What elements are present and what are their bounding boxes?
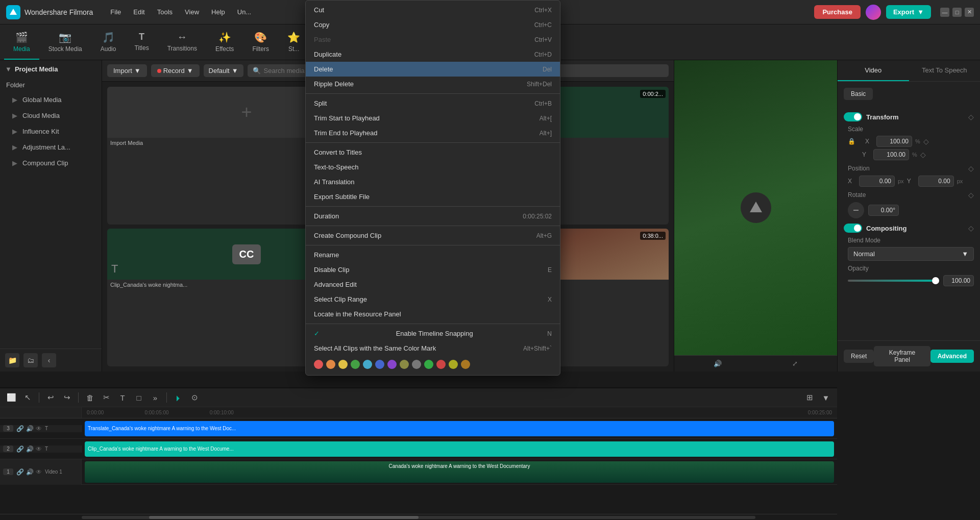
menu-tools[interactable]: Tools [152,6,178,18]
ctx-convert-titles[interactable]: Convert to Titles [306,145,560,160]
basic-button[interactable]: Basic [844,88,873,100]
more-button[interactable]: » [148,390,162,405]
compositing-toggle-switch[interactable] [844,224,862,233]
ctx-enable-snapping[interactable]: ✓ Enable Timeline Snapping N [306,326,560,341]
ctx-ripple-delete[interactable]: Ripple Delete Shift+Del [306,77,560,91]
color-dot-khaki[interactable] [449,360,458,369]
fullscreen-icon[interactable]: ⤢ [792,360,798,367]
color-dot-purple[interactable] [387,360,397,369]
rotate-input[interactable] [868,205,899,216]
project-media-header[interactable]: ▼ Project Media [0,60,102,78]
color-dot-lime[interactable] [424,360,433,369]
ctx-advanced-edit[interactable]: Advanced Edit [306,277,560,292]
blend-mode-select[interactable]: Normal ▼ [848,247,974,261]
color-dot-yellow[interactable] [338,360,348,369]
tab-text-to-speech[interactable]: Text To Speech [909,60,981,81]
grid-view-button[interactable]: ⊞ [802,390,817,405]
chevron-down-button[interactable]: ▼ [819,390,833,405]
group-button[interactable]: ⬜ [4,390,18,405]
position-y-input[interactable] [918,176,954,187]
ctx-text-to-speech[interactable]: Text-to-Speech [306,160,560,175]
transform-keyframe-icon[interactable]: ◇ [968,113,974,121]
snapshot-button[interactable]: ⊙ [187,390,202,405]
scale-y-input[interactable] [873,149,909,160]
collapse-panel-button[interactable]: ‹ [42,353,56,367]
redo-button[interactable]: ↪ [60,390,74,405]
delete-button[interactable]: 🗑 [83,390,97,405]
ctx-paste[interactable]: Paste Ctrl+V [306,32,560,47]
track-volume-icon[interactable]: 🔊 [26,425,34,432]
position-x-input[interactable] [859,176,895,187]
tab-audio[interactable]: 🎵 Audio [91,24,126,60]
new-folder-button[interactable]: 🗂 [23,353,38,367]
reset-button[interactable]: Reset [844,350,874,363]
menu-help[interactable]: Help [206,6,230,18]
tab-stock-media[interactable]: 📷 Stock Media [39,24,91,60]
track-link-icon[interactable]: 🔗 [16,445,24,453]
import-button[interactable]: Import ▼ [107,64,147,77]
tab-media[interactable]: 🎬 Media [4,24,39,60]
cut-button[interactable]: ✂ [99,390,113,405]
select-tool-button[interactable]: ↖ [20,390,35,405]
add-folder-button[interactable]: 📁 [5,353,19,367]
tab-video[interactable]: Video [838,60,909,81]
track-eye-icon[interactable]: 👁 [36,425,42,432]
ctx-select-clip-range[interactable]: Select Clip Range X [306,292,560,307]
ctx-duplicate[interactable]: Duplicate Ctrl+D [306,47,560,62]
compositing-keyframe-icon[interactable]: ◇ [968,224,974,232]
scale-x-keyframe-icon[interactable]: ◇ [923,137,929,145]
scale-x-input[interactable] [876,136,912,147]
purchase-button[interactable]: Purchase [814,5,861,19]
sidebar-item-adjustment[interactable]: ▶ Adjustment La... [0,139,102,155]
play-button[interactable]: ⏵ [171,390,185,405]
color-dot-orange[interactable] [326,360,335,369]
color-dot-crimson[interactable] [436,360,446,369]
menu-edit[interactable]: Edit [128,6,150,18]
ctx-ai-translation[interactable]: AI Translation [306,175,560,189]
ctx-disable-clip[interactable]: Disable Clip E [306,262,560,277]
view-default-select[interactable]: Default ▼ [204,64,243,77]
scrollbar-track[interactable] [82,516,755,519]
menu-view[interactable]: View [180,6,204,18]
sidebar-item-global-media[interactable]: ▶ Global Media [0,92,102,108]
sidebar-item-influence-kit[interactable]: ▶ Influence Kit [0,123,102,139]
track-volume-icon[interactable]: 🔊 [26,468,34,476]
undo-button[interactable]: ↩ [43,390,58,405]
scale-y-keyframe-icon[interactable]: ◇ [920,151,926,159]
track-eye-icon[interactable]: 👁 [36,445,42,453]
tab-transitions[interactable]: ↔ Transitions [158,24,206,60]
opacity-input[interactable] [943,275,974,286]
ctx-select-color-mark[interactable]: Select All Clips with the Same Color Mar… [306,341,560,356]
ctx-trim-start[interactable]: Trim Start to Playhead Alt+[ [306,111,560,126]
ctx-trim-end[interactable]: Trim End to Playhead Alt+] [306,126,560,140]
color-dot-brown[interactable] [461,360,470,369]
ctx-export-subtitle[interactable]: Export Subtitle File [306,189,560,204]
rotate-dial[interactable] [848,202,864,218]
crop-button[interactable]: □ [132,390,146,405]
opacity-thumb[interactable] [932,277,939,284]
menu-file[interactable]: File [105,6,126,18]
track-clip[interactable]: Canada's woke nightmare A warning to the… [85,461,834,483]
color-dot-gray[interactable] [412,360,421,369]
color-dot-blue[interactable] [375,360,384,369]
tab-titles[interactable]: T Titles [125,24,158,60]
position-keyframe-icon[interactable]: ◇ [968,164,974,172]
volume-icon[interactable]: 🔊 [714,360,722,367]
tab-stickers[interactable]: ⭐ St... [278,24,309,60]
minimize-button[interactable]: — [940,8,949,17]
track-volume-icon[interactable]: 🔊 [26,445,34,453]
tab-effects[interactable]: ✨ Effects [206,24,243,60]
export-button[interactable]: Export ▼ [886,5,931,19]
close-button[interactable]: ✕ [965,8,974,17]
ctx-delete[interactable]: Delete Del [306,62,560,77]
opacity-slider[interactable] [848,280,939,282]
record-button[interactable]: Record ▼ [151,64,200,77]
tab-filters[interactable]: 🎨 Filters [243,24,278,60]
keyframe-panel-button[interactable]: Keyframe Panel [874,346,930,366]
transform-toggle-switch[interactable] [844,112,862,121]
maximize-button[interactable]: □ [952,8,962,17]
color-dot-olive[interactable] [400,360,409,369]
color-dot-teal[interactable] [363,360,372,369]
advanced-button[interactable]: Advanced [930,350,974,363]
track-clip[interactable]: Translate_Canada's woke nightmare A warn… [85,421,834,436]
